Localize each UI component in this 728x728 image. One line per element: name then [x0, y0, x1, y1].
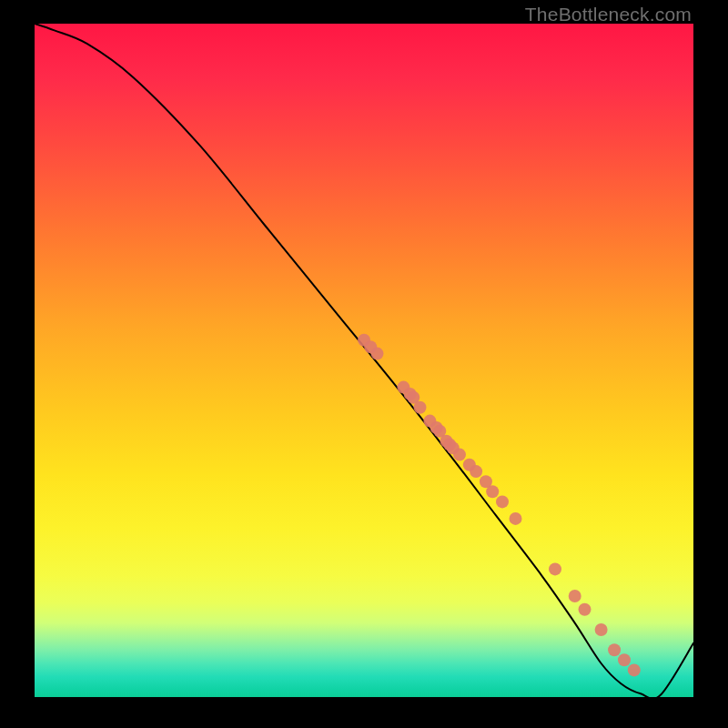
marker-point: [496, 495, 509, 508]
plot-area: [35, 24, 693, 697]
marker-point: [618, 653, 631, 666]
marker-point: [628, 663, 641, 676]
chart-svg: [35, 24, 693, 697]
marker-point: [486, 485, 499, 498]
chart-frame: TheBottleneck.com: [0, 0, 728, 728]
marker-point: [371, 348, 384, 360]
marker-point: [569, 590, 581, 602]
marker-point: [470, 465, 482, 478]
marker-point: [414, 401, 427, 414]
marker-point: [510, 512, 522, 525]
marker-point: [453, 449, 466, 461]
watermark-text: TheBottleneck.com: [525, 4, 692, 25]
marker-point: [549, 562, 561, 575]
marker-point: [608, 643, 621, 656]
marker-point: [579, 603, 592, 616]
marker-point: [595, 623, 608, 636]
sample-points: [358, 334, 641, 677]
bottleneck-curve: [35, 24, 693, 697]
